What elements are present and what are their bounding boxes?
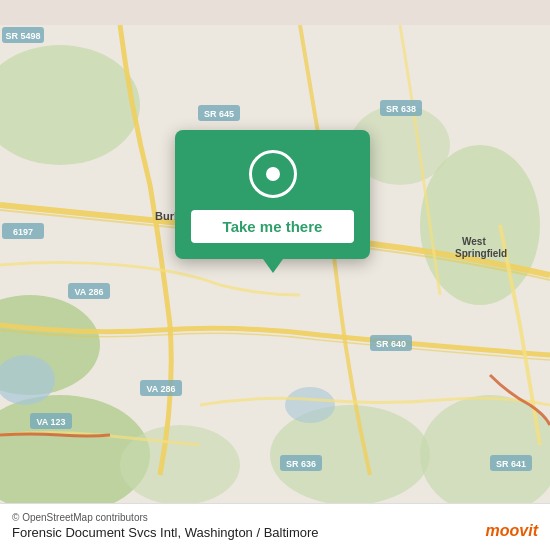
svg-text:SR 640: SR 640	[376, 339, 406, 349]
location-pin-icon	[266, 167, 280, 181]
map-container: SR 645 SR 638 6197 VA 286 VA 286 VA 123 …	[0, 0, 550, 550]
svg-text:6197: 6197	[13, 227, 33, 237]
bottom-bar: © OpenStreetMap contributors Forensic Do…	[0, 503, 550, 550]
svg-text:SR 641: SR 641	[496, 459, 526, 469]
popup-card: Take me there	[175, 130, 370, 259]
moovit-brand-text: moovit	[486, 522, 538, 540]
svg-point-8	[120, 425, 240, 505]
take-me-there-button[interactable]: Take me there	[191, 210, 354, 243]
svg-text:VA 286: VA 286	[74, 287, 103, 297]
svg-text:VA 286: VA 286	[146, 384, 175, 394]
svg-text:VA 123: VA 123	[36, 417, 65, 427]
svg-text:SR 638: SR 638	[386, 104, 416, 114]
svg-text:SR 5498: SR 5498	[5, 31, 40, 41]
location-icon-wrapper	[249, 150, 297, 198]
svg-text:Springfield: Springfield	[455, 248, 507, 259]
map-attribution: © OpenStreetMap contributors	[12, 512, 538, 523]
moovit-logo: moovit	[486, 522, 538, 540]
svg-text:SR 645: SR 645	[204, 109, 234, 119]
svg-point-10	[285, 387, 335, 423]
svg-text:SR 636: SR 636	[286, 459, 316, 469]
location-name: Forensic Document Svcs Intl, Washington …	[12, 525, 538, 540]
svg-text:West: West	[462, 236, 486, 247]
map-background: SR 645 SR 638 6197 VA 286 VA 286 VA 123 …	[0, 0, 550, 550]
